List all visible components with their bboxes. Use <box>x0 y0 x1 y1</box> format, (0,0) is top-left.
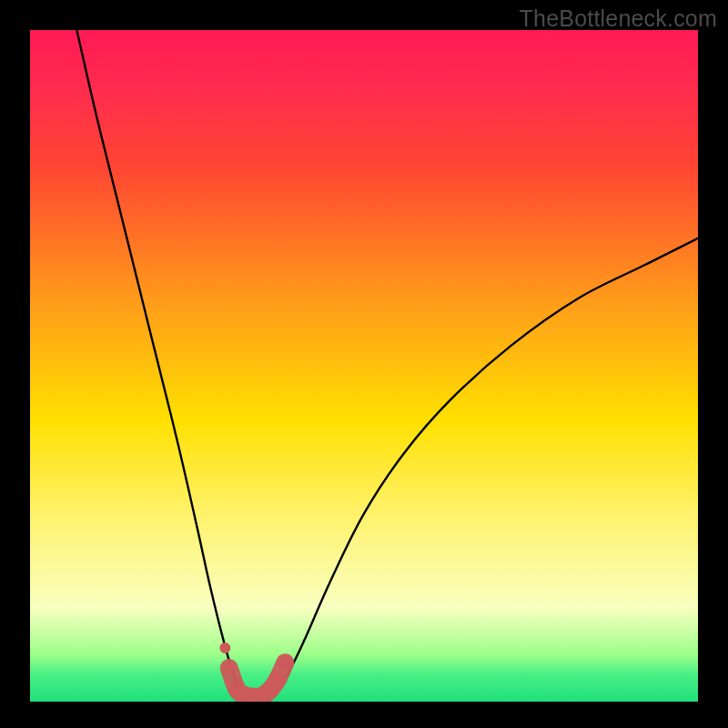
plot-area <box>30 30 698 702</box>
chart-svg <box>30 30 698 702</box>
highlight-dot <box>278 655 292 670</box>
bottleneck-curve <box>76 30 698 698</box>
outlier-dot <box>219 642 230 653</box>
watermark-text: TheBottleneck.com <box>520 5 717 32</box>
chart-frame: TheBottleneck.com <box>0 0 728 728</box>
highlight-dot <box>268 671 287 689</box>
highlight-dot <box>224 662 235 673</box>
